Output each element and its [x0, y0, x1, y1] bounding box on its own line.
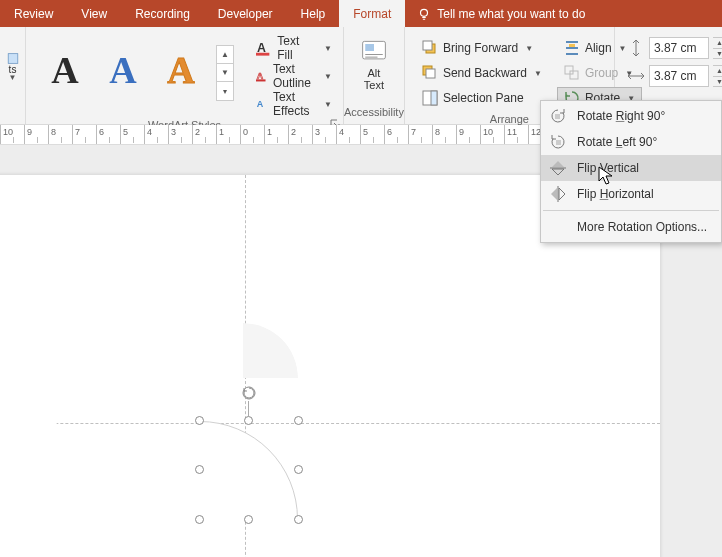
menu-more-rotation-options[interactable]: More Rotation Options... — [541, 214, 721, 240]
oval-shape[interactable] — [0, 265, 60, 525]
quick-styles-button[interactable]: ts ▼ — [3, 52, 23, 82]
resize-handle-s[interactable] — [244, 515, 253, 524]
shape-width-input[interactable]: 3.87 cm — [649, 65, 709, 87]
spin-up-icon[interactable]: ▲ — [713, 38, 722, 49]
resize-handle-n[interactable] — [244, 416, 253, 425]
text-outline-button[interactable]: A Text Outline ▼ — [252, 65, 336, 87]
svg-rect-15 — [569, 44, 575, 47]
spin-down-icon[interactable]: ▼ — [713, 49, 722, 59]
svg-rect-17 — [570, 71, 578, 79]
selected-shape[interactable] — [200, 421, 298, 519]
horizontal-guide — [0, 423, 660, 424]
spin-up-icon[interactable]: ▲ — [713, 66, 722, 77]
mouse-cursor-icon — [598, 166, 614, 186]
tab-help[interactable]: Help — [287, 0, 340, 27]
chevron-down-icon: ▼ — [324, 72, 332, 81]
svg-rect-8 — [365, 44, 374, 51]
tab-recording[interactable]: Recording — [121, 0, 204, 27]
send-backward-button[interactable]: Send Backward ▼ — [415, 62, 549, 84]
shape-height-input[interactable]: 3.87 cm — [649, 37, 709, 59]
chevron-down-icon: ▼ — [324, 44, 332, 53]
gallery-prev-icon[interactable]: ▲ — [217, 46, 233, 64]
text-effects-icon: A — [256, 96, 267, 112]
selection-pane-icon — [422, 90, 438, 106]
svg-text:A: A — [257, 71, 264, 81]
svg-rect-14 — [431, 91, 437, 105]
tab-view[interactable]: View — [67, 0, 121, 27]
pie-shape-selected[interactable] — [102, 421, 298, 557]
rotation-handle[interactable] — [241, 385, 257, 401]
menu-flip-horizontal-label: Flip Horizontal — [577, 187, 654, 201]
alt-text-label: Alt Text — [364, 67, 384, 91]
menu-more-rotation-label: More Rotation Options... — [577, 220, 707, 234]
chevron-down-icon: ▼ — [525, 44, 533, 53]
alt-text-button[interactable]: Alt Text — [352, 31, 396, 91]
shape-width-value: 3.87 cm — [654, 69, 697, 83]
shape-height-spinner[interactable]: ▲▼ — [713, 37, 722, 59]
svg-rect-1 — [8, 53, 18, 63]
height-icon — [627, 39, 645, 57]
lightbulb-icon — [417, 7, 431, 21]
svg-rect-20 — [556, 140, 561, 145]
resize-handle-e[interactable] — [294, 465, 303, 474]
shape-styles-icon — [5, 53, 21, 64]
svg-rect-3 — [256, 53, 269, 56]
wordart-style-3[interactable]: A — [158, 47, 204, 93]
selection-pane-label: Selection Pane — [443, 91, 524, 105]
chevron-down-icon: ▼ — [324, 100, 332, 109]
text-outline-label: Text Outline — [273, 62, 316, 90]
pie-shape-top[interactable] — [188, 323, 298, 433]
bring-forward-icon — [422, 40, 438, 56]
resize-handle-w[interactable] — [195, 465, 204, 474]
ribbon-tabs-bar: Review View Recording Developer Help For… — [0, 0, 722, 27]
group-label: Group — [585, 66, 618, 80]
width-icon — [627, 67, 645, 85]
resize-handle-se[interactable] — [294, 515, 303, 524]
svg-rect-19 — [555, 114, 560, 119]
resize-handle-sw[interactable] — [195, 515, 204, 524]
resize-handle-nw[interactable] — [195, 416, 204, 425]
svg-point-18 — [243, 387, 255, 399]
menu-separator — [543, 210, 719, 211]
selection-pane-button[interactable]: Selection Pane — [415, 87, 549, 109]
menu-rotate-left-90[interactable]: Rotate Left 90° — [541, 129, 721, 155]
svg-text:A: A — [257, 99, 264, 109]
wordart-style-2[interactable]: A — [100, 47, 146, 93]
gallery-next-icon[interactable]: ▼ — [217, 64, 233, 82]
rotation-stem — [248, 401, 249, 416]
shape-width-spinner[interactable]: ▲▼ — [713, 65, 722, 87]
bring-forward-button[interactable]: Bring Forward ▼ — [415, 37, 549, 59]
menu-rotate-right-label: Rotate Right 90° — [577, 109, 665, 123]
svg-rect-12 — [426, 69, 435, 78]
tab-review[interactable]: Review — [0, 0, 67, 27]
menu-rotate-left-label: Rotate Left 90° — [577, 135, 657, 149]
blank-icon — [549, 218, 567, 236]
resize-handle-ne[interactable] — [294, 416, 303, 425]
spin-down-icon[interactable]: ▼ — [713, 77, 722, 87]
group-icon — [564, 65, 580, 81]
svg-text:A: A — [257, 41, 266, 55]
tab-developer[interactable]: Developer — [204, 0, 287, 27]
tab-format[interactable]: Format — [339, 0, 405, 27]
text-fill-button[interactable]: A Text Fill ▼ — [252, 37, 336, 59]
text-fill-label: Text Fill — [277, 34, 316, 62]
menu-rotate-right-90[interactable]: Rotate Right 90° — [541, 103, 721, 129]
shape-height-value: 3.87 cm — [654, 41, 697, 55]
send-backward-label: Send Backward — [443, 66, 527, 80]
wordart-gallery-more[interactable]: ▲ ▼ ▾ — [216, 45, 234, 101]
text-outline-icon: A — [256, 68, 267, 84]
menu-flip-vertical[interactable]: Flip Vertical — [541, 155, 721, 181]
wordart-style-1[interactable]: A — [42, 47, 88, 93]
gallery-expand-icon[interactable]: ▾ — [217, 82, 233, 100]
tell-me-search[interactable]: Tell me what you want to do — [405, 0, 597, 27]
wordart-gallery[interactable]: A A A ▲ ▼ ▾ — [32, 31, 244, 101]
chevron-down-icon: ▼ — [534, 69, 542, 78]
rotate-dropdown-menu: Rotate Right 90° Rotate Left 90° Flip Ve… — [540, 100, 722, 243]
send-backward-icon — [422, 65, 438, 81]
text-effects-button[interactable]: A Text Effects ▼ — [252, 93, 336, 115]
menu-flip-horizontal[interactable]: Flip Horizontal — [541, 181, 721, 207]
rotate-left-icon — [549, 133, 567, 151]
rotate-right-icon — [549, 107, 567, 125]
svg-rect-5 — [256, 79, 266, 81]
text-fill-icon: A — [256, 40, 271, 56]
